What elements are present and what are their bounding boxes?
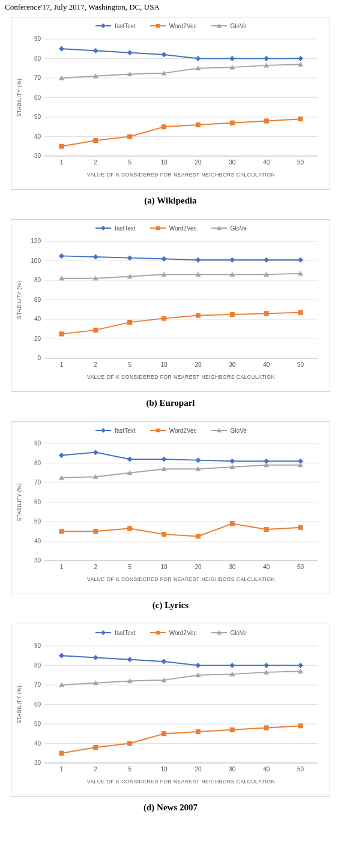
svg-text:30: 30 <box>229 159 236 166</box>
svg-text:70: 70 <box>34 681 41 688</box>
chart-3: fastText Word2Vec GloVe 3040506070809012… <box>11 624 330 797</box>
svg-text:50: 50 <box>297 159 304 166</box>
svg-text:5: 5 <box>128 361 131 368</box>
svg-marker-35 <box>264 56 269 61</box>
legend-glove: GloVe <box>210 427 247 434</box>
svg-rect-99 <box>298 310 303 315</box>
svg-text:1: 1 <box>60 766 64 773</box>
svg-rect-38 <box>93 138 98 143</box>
svg-rect-147 <box>59 529 64 534</box>
legend-word2vec: Word2Vec <box>149 427 197 434</box>
legend-fasttext-label: fastText <box>115 225 135 232</box>
svg-text:VALUE OF K CONSIDERED FOR NEAR: VALUE OF K CONSIDERED FOR NEAREST NEIGHB… <box>87 374 275 380</box>
svg-marker-201 <box>298 663 303 668</box>
svg-rect-92 <box>59 331 64 336</box>
chart-plot-2: 304050607080901251020304050VALUE OF K CO… <box>11 438 330 594</box>
svg-text:40: 40 <box>263 564 270 570</box>
chart-plot-3: 304050607080901251020304050VALUE OF K CO… <box>11 640 330 796</box>
svg-text:30: 30 <box>34 557 41 564</box>
legend-word2vec: Word2Vec <box>149 225 197 232</box>
svg-text:60: 60 <box>34 297 41 303</box>
svg-text:80: 80 <box>34 460 41 466</box>
svg-rect-42 <box>230 121 235 125</box>
svg-text:90: 90 <box>34 440 41 447</box>
svg-rect-153 <box>264 527 269 532</box>
svg-text:60: 60 <box>34 94 41 101</box>
svg-marker-88 <box>195 257 201 262</box>
svg-rect-208 <box>264 725 269 730</box>
legend-fasttext: fastText <box>94 629 135 636</box>
chart-caption-1: (b) Europarl <box>0 392 341 418</box>
svg-text:STABILITY (%): STABILITY (%) <box>16 483 22 522</box>
svg-rect-95 <box>161 316 166 321</box>
svg-text:60: 60 <box>34 499 41 505</box>
svg-rect-39 <box>127 134 132 139</box>
svg-marker-111 <box>101 428 106 433</box>
svg-text:50: 50 <box>297 361 304 368</box>
chart-2: fastText Word2Vec GloVe 3040506070809012… <box>11 421 330 594</box>
svg-text:70: 70 <box>34 479 41 486</box>
chart-legend: fastText Word2Vec GloVe <box>11 20 330 33</box>
svg-text:80: 80 <box>34 662 41 669</box>
svg-text:50: 50 <box>34 113 41 120</box>
legend-fasttext-label: fastText <box>115 23 135 29</box>
svg-text:50: 50 <box>34 720 41 727</box>
legend-word2vec-label: Word2Vec <box>169 630 197 636</box>
svg-text:VALUE OF K CONSIDERED FOR NEAR: VALUE OF K CONSIDERED FOR NEAREST NEIGHB… <box>87 779 275 785</box>
svg-marker-198 <box>195 663 201 668</box>
svg-marker-194 <box>59 653 64 659</box>
svg-marker-140 <box>93 450 98 455</box>
svg-text:70: 70 <box>34 74 41 81</box>
svg-text:100: 100 <box>31 258 41 264</box>
legend-word2vec: Word2Vec <box>149 22 197 29</box>
svg-marker-29 <box>59 46 64 52</box>
svg-rect-96 <box>196 313 201 318</box>
svg-text:30: 30 <box>34 759 41 766</box>
svg-rect-43 <box>264 118 269 123</box>
svg-marker-33 <box>195 56 201 61</box>
svg-text:90: 90 <box>34 35 41 42</box>
chart-legend: fastText Word2Vec GloVe <box>11 424 330 438</box>
legend-glove: GloVe <box>210 225 247 232</box>
chart-caption-0: (a) Wikipedia <box>0 190 341 215</box>
svg-text:1: 1 <box>60 361 64 368</box>
svg-marker-197 <box>161 659 167 665</box>
svg-rect-94 <box>127 320 132 325</box>
svg-marker-32 <box>161 52 167 58</box>
svg-text:50: 50 <box>297 766 304 773</box>
svg-rect-149 <box>127 526 132 531</box>
svg-text:50: 50 <box>34 518 41 525</box>
svg-rect-113 <box>155 429 159 432</box>
legend-fasttext-label: fastText <box>115 630 135 636</box>
svg-text:30: 30 <box>229 766 236 773</box>
svg-rect-41 <box>196 122 201 127</box>
svg-text:1: 1 <box>60 564 64 570</box>
svg-marker-91 <box>298 257 303 262</box>
svg-marker-200 <box>264 663 269 668</box>
svg-rect-203 <box>93 745 98 750</box>
legend-glove-label: GloVe <box>231 225 247 232</box>
svg-text:40: 40 <box>34 316 41 322</box>
svg-marker-56 <box>101 226 106 231</box>
svg-rect-37 <box>59 144 64 149</box>
svg-text:40: 40 <box>34 740 41 747</box>
chart-plot-1: 0204060801001201251020304050VALUE OF K C… <box>11 235 330 391</box>
svg-rect-58 <box>155 226 159 230</box>
svg-text:20: 20 <box>195 159 202 166</box>
legend-glove-label: GloVe <box>231 630 247 636</box>
svg-text:10: 10 <box>161 766 168 773</box>
svg-marker-85 <box>93 255 98 260</box>
svg-rect-204 <box>127 741 132 746</box>
legend-fasttext: fastText <box>94 427 135 434</box>
chart-plot-0: 304050607080901251020304050VALUE OF K CO… <box>11 33 330 189</box>
legend-fasttext: fastText <box>94 22 135 29</box>
svg-text:120: 120 <box>31 238 41 244</box>
svg-text:VALUE OF K CONSIDERED FOR NEAR: VALUE OF K CONSIDERED FOR NEAREST NEIGHB… <box>87 576 275 582</box>
legend-word2vec-label: Word2Vec <box>169 225 197 232</box>
svg-text:STABILITY (%): STABILITY (%) <box>16 79 22 117</box>
svg-rect-44 <box>298 116 303 121</box>
svg-rect-3 <box>155 24 159 28</box>
svg-text:10: 10 <box>161 159 168 166</box>
svg-text:30: 30 <box>229 361 236 368</box>
svg-text:40: 40 <box>263 766 270 773</box>
